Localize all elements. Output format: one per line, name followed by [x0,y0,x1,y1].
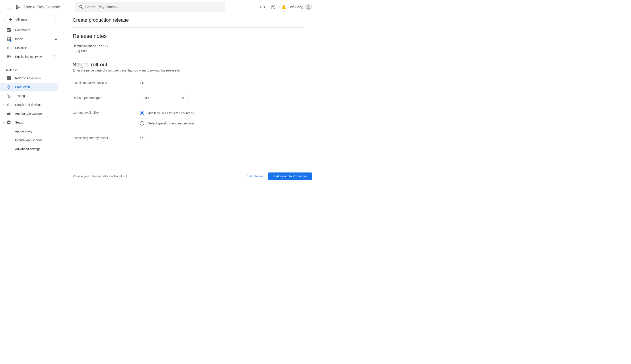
rollout-percentage-row: Roll-out percentage * % [73,93,303,103]
footer-review-text: Review your release before rolling it ou… [73,174,244,178]
dashboard-icon [7,28,11,32]
arrow-back-icon [8,17,13,22]
logo-text: Google Play Console [23,5,60,10]
production-icon [7,84,11,90]
gear-icon [7,120,11,125]
testing-icon [7,94,11,98]
sidebar-item-inbox[interactable]: Inbox 4 [0,34,60,44]
app-bundle-icon [7,111,11,116]
sidebar-item-reach-devices[interactable]: Reach and devices [0,100,60,109]
search-icon [79,4,84,10]
help-icon [271,4,276,10]
staged-rollout-heading: Staged roll-out [73,62,303,68]
link-icon [260,4,265,10]
avatar [305,4,312,11]
installs-targeted-label: Installs targeted by rollout [73,136,140,140]
person-icon [306,4,311,10]
play-console-logo-icon [15,4,21,10]
publishing-icon [7,54,11,59]
hamburger-menu-button[interactable] [4,2,14,12]
svg-point-5 [9,114,10,114]
radio-circle-icon [140,121,144,126]
country-availability-label: Country availability [73,111,140,114]
sidebar: All apps Dashboard Inbox 4 Statistics Pu… [0,14,60,170]
installs-active-label: Installs on active devices [73,81,140,84]
country-radio-group: Available in all targeted countries Sele… [140,111,194,126]
sidebar-item-statistics[interactable]: Statistics [0,44,60,52]
installs-active-row: Installs on active devices 143 [73,81,303,85]
bell-icon [281,4,286,10]
inbox-unread-dot [10,40,12,42]
notifications-button[interactable] [279,3,288,12]
reach-icon [7,102,11,107]
rollout-percentage-label: Roll-out percentage * [73,96,140,100]
sidebar-item-internal-sharing[interactable]: Internal app sharing [0,136,60,144]
radio-circle-icon [140,111,144,115]
search-box[interactable] [75,2,225,12]
release-notes-heading: Release notes [73,33,303,39]
logo[interactable]: Google Play Console [15,4,60,10]
radio-specific-countries[interactable]: Select specific countries / regions [140,121,194,126]
sidebar-item-setup[interactable]: Setup [0,118,60,127]
sidebar-item-app-integrity[interactable]: App integrity [0,127,60,136]
page-title: Create production release [73,14,303,28]
sidebar-item-testing[interactable]: Testing [0,92,60,100]
start-rollout-button[interactable]: Start rollout to Production [268,172,312,180]
chevron-right-icon [1,103,5,106]
help-button[interactable] [269,3,278,12]
staged-rollout-description: Enter the percentage of your user base t… [73,69,303,72]
installs-targeted-value: 143 [140,136,145,140]
link-button[interactable] [258,3,267,12]
user-name-label: Well Ping [290,5,303,9]
svg-point-4 [8,114,9,114]
sidebar-item-dashboard[interactable]: Dashboard [0,26,60,34]
svg-point-2 [9,86,9,88]
user-menu[interactable]: Well Ping [290,4,312,11]
releases-overview-icon [7,76,11,80]
statistics-icon [7,46,11,50]
rollout-percentage-input[interactable] [140,93,187,103]
all-apps-label: All apps [16,18,27,21]
menu-icon [6,4,12,10]
page-divider [73,28,303,28]
sidebar-item-publishing-overview[interactable]: Publishing overview [0,52,60,61]
sidebar-item-advanced-settings[interactable]: Advanced settings [0,144,60,154]
installs-active-value: 143 [140,81,145,85]
publishing-off-icon [52,54,57,59]
main-content: Create production release Release notes … [60,14,316,170]
chevron-right-icon [1,94,5,98]
inbox-count-badge: 4 [55,37,57,41]
country-availability-row: Country availability Available in all ta… [73,111,303,126]
footer-bar: Review your release before rolling it ou… [0,170,316,182]
sidebar-item-releases-overview[interactable]: Releases overview [0,74,60,82]
sidebar-item-production[interactable]: Production [0,82,59,92]
percent-suffix: % [182,96,184,100]
installs-targeted-row: Installs targeted by rollout 143 [73,136,303,140]
chevron-down-icon [1,121,5,124]
edit-release-button[interactable]: Edit release [244,173,265,180]
header: Google Play Console Well Ping [0,0,316,14]
release-section-header: Release [0,65,60,74]
sidebar-item-app-bundle[interactable]: App bundle explorer [0,109,60,118]
radio-all-countries[interactable]: Available in all targeted countries [140,111,194,115]
release-notes-content: Default language - en-US - Bug fixes [73,44,303,54]
all-apps-button[interactable]: All apps [5,15,56,24]
search-input[interactable] [85,5,223,9]
